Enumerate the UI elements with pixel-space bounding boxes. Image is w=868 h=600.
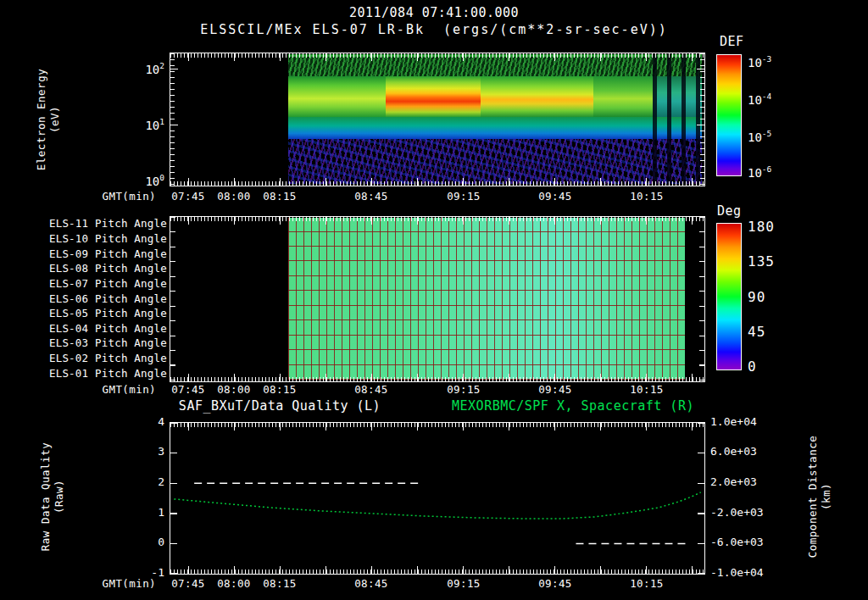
panel2-pitch-angle-plot [170,216,705,382]
panel3-title-right: MEXORBMC/SPF X, Spacecraft (R) [441,398,705,414]
row-label: ELS-01 Pitch Angle [44,365,167,381]
axis-ticks [170,178,704,186]
panel3-ytick-right: 1.0e+04 [710,415,773,428]
row-label: ELS-04 Pitch Angle [44,320,167,336]
panel1-y-axis-label: Electron Energy (eV) [35,26,62,213]
panel3-ytick-left: 4 [141,415,164,428]
xtick: 07:45 [165,577,211,590]
xtick: 08:15 [257,190,303,203]
axis-ticks [699,217,704,381]
panel3-ytick-right: -1.0e+04 [710,566,773,579]
xtick: 10:15 [624,383,670,396]
axis-ticks [170,423,704,431]
pitch-angle-data [288,218,685,380]
xtick: 09:45 [532,383,578,396]
axis-ticks [170,374,704,381]
row-label: ELS-08 Pitch Angle [44,261,167,276]
xtick: 07:45 [165,383,211,396]
panel1-ytick-100ev: 102 [136,61,164,76]
panel3-ytick-left: 2 [141,475,164,488]
xtick: 07:45 [165,190,211,203]
axis-ticks [697,69,704,69]
spectrogram-band-mid [481,76,593,117]
spectrogram-band-early [288,76,386,117]
axis-ticks [700,53,704,186]
panel1-x-axis-label: GMT(min) [81,190,156,203]
xtick: 09:45 [532,190,578,203]
panel1-colorbar-title: DEF [720,34,771,49]
panel3-plot-lines [170,423,704,574]
axis-ticks [170,125,178,125]
panel3-ytick-left: 0 [141,536,164,548]
panel3-line-plot [170,422,705,575]
panel1-spectrogram-plot [170,53,705,186]
row-label: ELS-06 Pitch Angle [44,291,167,306]
panel3-x-axis-label: GMT(min) [81,577,156,590]
panel2-colorbar-tick: 0 [748,358,757,375]
panel2-colorbar-tick: 45 [748,324,765,340]
row-label: ELS-09 Pitch Angle [44,246,167,261]
row-label: ELS-03 Pitch Angle [44,336,167,351]
spectrogram-band-late [593,76,653,117]
panel2-colorbar [716,223,742,370]
xtick: 08:45 [348,190,394,203]
axis-ticks [170,217,704,225]
panel1-colorbar-tick: 10-4 [748,92,771,107]
xtick: 08:00 [211,577,257,590]
row-label: ELS-07 Pitch Angle [44,276,167,292]
panel3-ytick-right: -6.0e+03 [710,536,773,548]
panel3-title-left: SAF_BXuT/Data Quality (L) [153,398,407,414]
row-label: ELS-02 Pitch Angle [44,351,167,366]
page-title: 2011/084 07:41:00.000 [264,5,604,20]
panel1-title: ELSSCIL/MEx ELS-07 LR-Bk (ergs/(cm**2-sr… [110,22,758,37]
axis-ticks [170,69,178,69]
axis-ticks [170,423,177,574]
panel3-ytick-right: 2.0e+03 [710,475,773,488]
panel1-ytick-1ev: 100 [136,173,164,188]
panel3-ytick-left: 1 [141,506,164,519]
panel1-colorbar [716,54,742,176]
xtick: 08:00 [211,190,257,203]
xtick: 08:00 [211,383,257,396]
panel3-ytick-right: -2.0e+03 [710,506,773,519]
panel2-row-labels: ELS-11 Pitch Angle ELS-10 Pitch Angle EL… [44,216,167,381]
row-label: ELS-10 Pitch Angle [44,231,167,247]
row-label: ELS-05 Pitch Angle [44,306,167,321]
xtick: 09:15 [441,577,487,590]
xtick: 08:45 [348,383,394,396]
panel1-colorbar-tick: 10-5 [748,129,771,144]
xtick: 08:15 [257,577,303,590]
spectrogram-band-hotspot [386,76,481,117]
spectrogram-data-gaps-overlay [653,54,702,184]
axis-ticks [170,217,175,381]
xtick: 08:45 [348,577,394,590]
axis-ticks [697,125,704,125]
panel3-ytick-left: 3 [141,445,164,458]
axis-ticks [170,53,704,61]
xtick: 09:15 [441,383,487,396]
panel2-colorbar-tick: 135 [748,253,775,269]
row-label: ELS-11 Pitch Angle [44,216,167,231]
spectrogram-data [288,54,702,184]
xtick: 09:15 [441,190,487,203]
xtick: 10:15 [624,577,670,590]
panel2-colorbar-tick: 180 [748,219,775,235]
xtick: 10:15 [624,190,670,203]
panel1-colorbar-tick: 10-6 [748,164,771,180]
axis-ticks [170,53,175,186]
panel3-right-y-axis-label: Component Distance (km) [806,395,833,598]
panel2-x-axis-label: GMT(min) [81,383,156,396]
spectrogram-cyan-blue-transition [288,117,702,139]
axis-ticks [698,423,704,574]
panel1-ytick-10ev: 101 [136,117,164,132]
panel3-left-y-axis-label: Raw Data Quality (Raw) [39,403,66,590]
panel1-colorbar-tick: 10-3 [748,54,771,69]
xtick: 08:15 [257,383,303,396]
panel2-colorbar-tick: 90 [748,289,765,305]
xtick: 09:45 [532,577,578,590]
panel2-colorbar-title: Deg [717,203,768,219]
panel3-ytick-right: 6.0e+03 [710,445,773,458]
spectrogram-main-band [288,76,702,117]
axis-ticks [170,566,704,574]
